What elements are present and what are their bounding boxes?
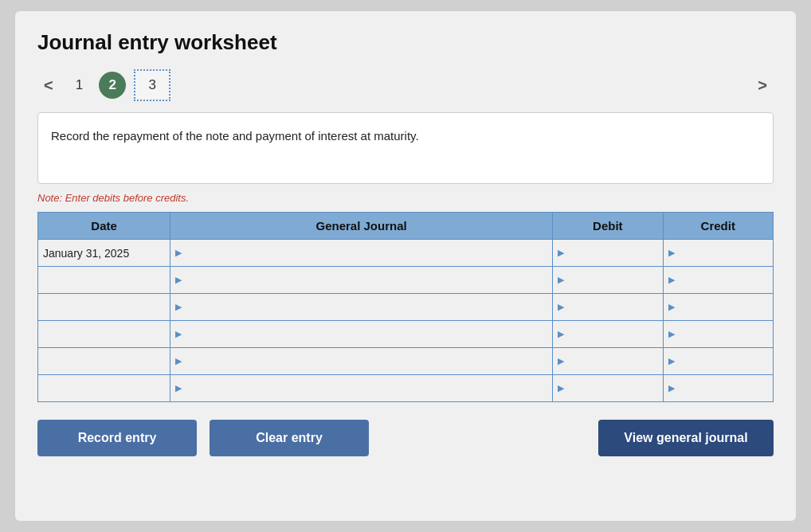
step-2-active: 2 bbox=[99, 72, 126, 99]
credit-input[interactable] bbox=[678, 267, 768, 293]
journal-input[interactable] bbox=[185, 375, 547, 401]
date-cell[interactable] bbox=[38, 267, 170, 294]
step-navigation: < 1 2 3 > bbox=[37, 69, 774, 101]
table-row bbox=[38, 294, 774, 321]
table-header-row: Date General Journal Debit Credit bbox=[38, 213, 774, 240]
header-journal: General Journal bbox=[170, 213, 553, 240]
clear-entry-button[interactable]: Clear entry bbox=[210, 420, 369, 456]
record-entry-button[interactable]: Record entry bbox=[37, 420, 197, 456]
date-cell[interactable] bbox=[38, 375, 170, 402]
debit-input[interactable] bbox=[567, 375, 657, 401]
credit-input[interactable] bbox=[678, 375, 768, 401]
credit-input[interactable] bbox=[678, 294, 768, 320]
credit-input[interactable] bbox=[678, 240, 768, 266]
journal-table: Date General Journal Debit Credit Januar… bbox=[37, 212, 774, 402]
debit-input[interactable] bbox=[567, 267, 657, 293]
table-row bbox=[38, 348, 774, 375]
journal-cell[interactable] bbox=[170, 321, 553, 348]
journal-input[interactable] bbox=[185, 240, 547, 266]
table-row bbox=[38, 375, 774, 402]
debit-input[interactable] bbox=[567, 294, 657, 320]
debit-cell[interactable] bbox=[553, 294, 663, 321]
table-row: January 31, 2025 bbox=[38, 240, 774, 267]
debit-input[interactable] bbox=[567, 240, 657, 266]
next-button[interactable]: > bbox=[751, 73, 774, 98]
step-1-label: 1 bbox=[68, 74, 91, 96]
journal-cell[interactable] bbox=[170, 294, 553, 321]
credit-cell[interactable] bbox=[663, 321, 773, 348]
date-cell[interactable] bbox=[38, 348, 170, 375]
journal-input[interactable] bbox=[185, 348, 547, 374]
credit-cell[interactable] bbox=[663, 267, 773, 294]
step-3-current[interactable]: 3 bbox=[134, 69, 170, 101]
header-credit: Credit bbox=[663, 213, 773, 240]
description-text: Record the repayment of the note and pay… bbox=[51, 129, 419, 143]
header-debit: Debit bbox=[553, 213, 663, 240]
credit-input[interactable] bbox=[678, 348, 768, 374]
action-buttons: Record entry Clear entry View general jo… bbox=[37, 420, 774, 456]
debit-cell[interactable] bbox=[553, 375, 663, 402]
debit-input[interactable] bbox=[567, 321, 657, 347]
journal-input[interactable] bbox=[185, 267, 547, 293]
credit-cell[interactable] bbox=[663, 348, 773, 375]
view-general-journal-button[interactable]: View general journal bbox=[598, 420, 774, 456]
date-cell[interactable] bbox=[38, 321, 170, 348]
table-row bbox=[38, 321, 774, 348]
prev-button[interactable]: < bbox=[37, 73, 60, 98]
debit-cell[interactable] bbox=[553, 348, 663, 375]
journal-input[interactable] bbox=[185, 321, 547, 347]
journal-entry-worksheet: Journal entry worksheet < 1 2 3 > Record… bbox=[15, 11, 796, 521]
debit-cell[interactable] bbox=[553, 240, 663, 267]
debit-cell[interactable] bbox=[553, 321, 663, 348]
debit-input[interactable] bbox=[567, 348, 657, 374]
date-cell[interactable] bbox=[38, 294, 170, 321]
credit-cell[interactable] bbox=[663, 375, 773, 402]
credit-cell[interactable] bbox=[663, 294, 773, 321]
journal-cell[interactable] bbox=[170, 348, 553, 375]
note-text: Note: Enter debits before credits. bbox=[37, 192, 774, 204]
journal-input[interactable] bbox=[185, 294, 547, 320]
journal-cell[interactable] bbox=[170, 375, 553, 402]
date-cell[interactable]: January 31, 2025 bbox=[38, 240, 170, 267]
journal-cell[interactable] bbox=[170, 267, 553, 294]
page-title: Journal entry worksheet bbox=[37, 30, 774, 55]
debit-cell[interactable] bbox=[553, 267, 663, 294]
header-date: Date bbox=[38, 213, 170, 240]
description-box: Record the repayment of the note and pay… bbox=[37, 112, 774, 184]
credit-cell[interactable] bbox=[663, 240, 773, 267]
journal-cell[interactable] bbox=[170, 240, 553, 267]
table-row bbox=[38, 267, 774, 294]
credit-input[interactable] bbox=[678, 321, 768, 347]
